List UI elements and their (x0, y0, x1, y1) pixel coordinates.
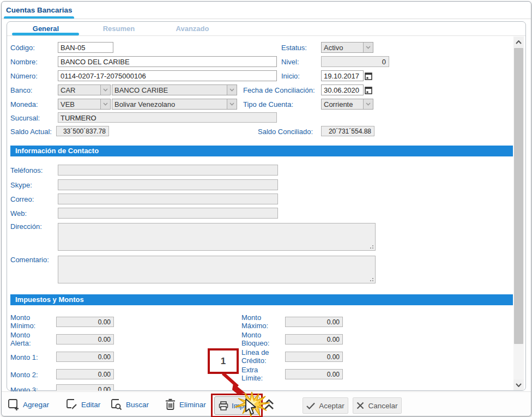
aceptar-button[interactable]: Aceptar (303, 397, 348, 414)
moneda-name-select[interactable]: Bolivar Venezolano (112, 99, 237, 110)
estatus-label: Estatus: (281, 44, 307, 52)
skype-label: Skype: (10, 181, 32, 189)
correo-input[interactable] (58, 194, 278, 204)
add-icon (8, 398, 19, 411)
scroll-down-button[interactable] (513, 379, 524, 390)
numero-input[interactable]: 0114-0207-17-2075000106 (58, 70, 277, 81)
agregar-label: Agregar (23, 401, 49, 409)
chevron-down-icon[interactable] (227, 85, 237, 95)
agregar-button[interactable]: Agregar (8, 398, 49, 411)
buscar-label: Buscar (126, 401, 149, 409)
chevron-down-icon[interactable] (363, 99, 373, 109)
moneda-name-value: Bolivar Venezolano (114, 100, 175, 108)
linea-credito-label: Línea de Crédito: (241, 348, 277, 365)
web-label: Web: (10, 209, 27, 217)
eliminar-button[interactable]: Eliminar (165, 398, 206, 410)
search-icon (111, 398, 122, 411)
tabs-separator (7, 35, 525, 36)
close-icon (356, 402, 364, 409)
saldo-conciliado-label: Saldo Conciliado: (258, 128, 313, 136)
check-icon (306, 402, 315, 409)
nombre-input[interactable]: BANCO DEL CARIBE (58, 56, 277, 67)
banco-code-value: CAR (61, 86, 75, 94)
resize-grip-icon[interactable] (370, 245, 374, 249)
telefonos-input[interactable] (58, 165, 278, 176)
callout-step-number: 1 (221, 356, 226, 367)
monto1-input[interactable]: 0.00 (56, 352, 114, 362)
fecha-conciliacion-date-input[interactable]: 30.06.2020 (321, 84, 364, 95)
cuentas-bancarias-window: Cuentas Bancarias General Resumen Avanza… (1, 1, 531, 416)
direccion-textarea[interactable] (58, 223, 376, 251)
estatus-select[interactable]: Activo (321, 42, 373, 53)
correo-label: Correo: (10, 195, 34, 203)
tab-avanzado[interactable]: Avanzado (162, 25, 222, 33)
resize-grip-icon[interactable] (370, 277, 374, 282)
contacto-section-header: Información de Contacto (10, 146, 513, 156)
buscar-button[interactable]: Buscar (111, 398, 149, 411)
monto-minimo-label: Monto Mínimo: (10, 313, 44, 330)
page-title: Cuentas Bancarias (6, 6, 72, 14)
monto-minimo-input[interactable]: 0.00 (56, 317, 114, 327)
chevron-down-icon[interactable] (227, 99, 237, 109)
inicio-date-input[interactable]: 19.10.2017 (321, 70, 364, 81)
cancelar-button[interactable]: Cancelar (353, 397, 402, 414)
tipo-cuenta-label: Tipo de Cuenta: (243, 100, 293, 108)
sucursal-input[interactable]: TURMERO (58, 112, 277, 123)
scrollbar-thumb[interactable] (514, 48, 523, 344)
comentario-textarea[interactable] (58, 256, 376, 283)
banco-label: Banco: (10, 86, 32, 94)
nombre-label: Nombre: (10, 58, 38, 66)
codigo-input[interactable]: BAN-05 (58, 42, 113, 53)
codigo-label: Código: (10, 44, 35, 52)
eliminar-label: Eliminar (179, 401, 206, 409)
editar-button[interactable]: Editar (66, 398, 100, 411)
direccion-label: Dirección: (10, 222, 42, 231)
collapse-toolbar-chevron-icon[interactable] (264, 399, 274, 410)
banco-name-select[interactable]: BANCO CARIBE (112, 84, 237, 95)
callout-step-box: 1 (208, 348, 239, 374)
inicio-calendar-icon[interactable] (364, 71, 373, 81)
numero-label: Número: (10, 72, 38, 80)
banco-name-value: BANCO CARIBE (114, 86, 168, 94)
cancelar-label: Cancelar (368, 402, 397, 410)
fecha-conciliacion-calendar-icon[interactable] (364, 85, 373, 95)
web-input[interactable] (58, 208, 278, 219)
montos-section-header: Impuestos y Montos (10, 294, 513, 305)
monto-bloqueo-label: Monto Bloqueo: (241, 331, 277, 347)
moneda-label: Moneda: (10, 100, 38, 108)
monto-alerta-label: Monto Alerta: (10, 331, 44, 347)
tab-general[interactable]: General (13, 25, 79, 33)
extra-limite-input[interactable]: 0.00 (285, 369, 343, 379)
fecha-conciliacion-label: Fecha de Conciliación: (243, 86, 315, 94)
chevron-down-icon[interactable] (363, 43, 373, 52)
scroll-up-button[interactable] (513, 37, 524, 47)
saldo-actual-label: Saldo Actual: (10, 128, 52, 136)
comentario-label: Comentario: (10, 256, 49, 264)
tipo-cuenta-select[interactable]: Corriente (321, 99, 373, 110)
chevron-down-icon[interactable] (100, 85, 110, 95)
nivel-label: Nivel: (281, 58, 299, 66)
extra-limite-label: Extra Límite: (241, 366, 274, 382)
estatus-value: Activo (324, 44, 343, 52)
banco-code-select[interactable]: CAR (58, 84, 111, 95)
monto2-input[interactable]: 0.00 (56, 369, 114, 379)
editar-label: Editar (81, 401, 100, 409)
saldo-actual-input: 33´500´837.78 (56, 126, 109, 136)
monto-alerta-input[interactable]: 0.00 (56, 334, 114, 345)
monto-maximo-label: Monto Máximo: (241, 313, 277, 330)
monto-bloqueo-input[interactable]: 0.00 (285, 334, 343, 345)
moneda-code-select[interactable]: VEB (58, 99, 111, 110)
edit-icon (66, 398, 77, 411)
chevron-down-icon[interactable] (100, 99, 110, 109)
aceptar-label: Aceptar (319, 402, 344, 410)
saldo-conciliado-input: 20´731´554.88 (321, 126, 374, 136)
nivel-input[interactable]: 0 (321, 56, 389, 67)
monto3-input[interactable]: 0.00 (56, 384, 114, 391)
tab-resumen[interactable]: Resumen (92, 25, 146, 33)
linea-credito-input[interactable]: 0.00 (285, 352, 343, 362)
monto1-label: Monto 1: (10, 353, 38, 361)
imprimir-highlight-box (211, 394, 263, 417)
skype-input[interactable] (58, 179, 278, 190)
tipo-cuenta-value: Corriente (324, 100, 353, 108)
monto-maximo-input[interactable]: 0.00 (285, 317, 343, 327)
